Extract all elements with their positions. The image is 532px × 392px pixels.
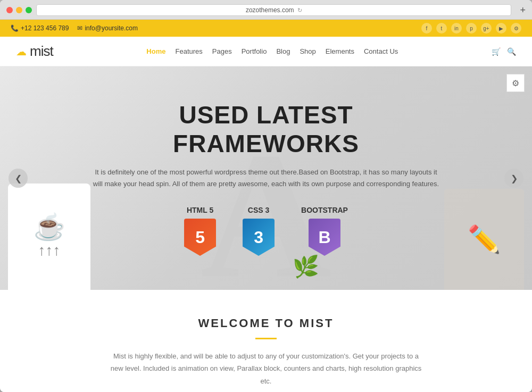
phone-icon: 📞 [11, 24, 19, 32]
nav-elements[interactable]: Elements [326, 47, 354, 55]
hero-section: ☕ ↑↑↑ A ✏️ 🌿 ⚙ ❮ ❯ USED LATES [0, 66, 532, 290]
welcome-divider [255, 338, 277, 339]
welcome-text: Mist is highly flexible, and will be abl… [106, 350, 426, 387]
hero-next-button[interactable]: ❯ [504, 169, 523, 188]
google-plus-icon[interactable]: g+ [481, 23, 492, 34]
email-info: ✉ info@yoursite.com [77, 24, 138, 32]
nav-links: Home Features Pages Portfolio Blog Shop … [146, 47, 398, 55]
browser-window: zozothemes.com ↻ + 📞 +12 123 456 789 ✉ i… [0, 0, 532, 392]
minimize-button[interactable] [16, 7, 22, 13]
top-bar: 📞 +12 123 456 789 ✉ info@yoursite.com f … [0, 20, 532, 37]
bootstrap-label: BOOTSTRAP [301, 206, 348, 214]
settings-social-icon[interactable]: ⚙ [511, 23, 521, 34]
hero-subtitle: It is definitely one of the most powerfu… [90, 166, 442, 190]
pencils-decoration: ✏️ [444, 189, 524, 290]
hero-prev-button[interactable]: ❮ [9, 169, 28, 188]
html5-tech: HTML 5 5 [184, 206, 216, 256]
linkedin-icon[interactable]: in [451, 23, 462, 34]
welcome-section: WELCOME TO MIST Mist is highly flexible,… [0, 290, 532, 392]
url-text: zozothemes.com [246, 6, 294, 14]
browser-chrome: zozothemes.com ↻ + [0, 0, 532, 20]
css3-tech: CSS 3 3 [243, 206, 275, 256]
twitter-icon[interactable]: t [436, 23, 447, 34]
nav-features[interactable]: Features [175, 47, 202, 55]
cart-icon[interactable]: 🛒 [492, 47, 501, 56]
mug-decoration: ☕ ↑↑↑ [8, 184, 90, 290]
html5-label: HTML 5 [184, 206, 216, 214]
css3-badge: 3 [243, 219, 275, 256]
hero-title: USED LATEST FRAMEWORKS [90, 101, 442, 158]
html5-badge: 5 [184, 219, 216, 256]
nav-blog[interactable]: Blog [276, 47, 290, 55]
new-tab-button[interactable]: + [520, 5, 526, 16]
settings-icon: ⚙ [512, 78, 519, 88]
customizer-button[interactable]: ⚙ [506, 74, 525, 92]
logo[interactable]: ☁ mist [16, 43, 53, 60]
logo-text: mist [30, 43, 53, 60]
social-icons: f t in p g+ ▶ ⚙ [421, 23, 521, 34]
maximize-button[interactable] [26, 7, 32, 13]
navbar: ☁ mist Home Features Pages Portfolio Blo… [0, 37, 532, 66]
nav-actions: 🛒 🔍 [492, 47, 516, 56]
nav-portfolio[interactable]: Portfolio [242, 47, 267, 55]
welcome-title: WELCOME TO MIST [11, 316, 521, 330]
top-bar-contact: 📞 +12 123 456 789 ✉ info@yoursite.com [11, 24, 138, 32]
css3-label: CSS 3 [243, 206, 275, 214]
reload-icon[interactable]: ↻ [297, 7, 302, 14]
nav-home[interactable]: Home [146, 47, 165, 55]
email-icon: ✉ [77, 24, 82, 32]
bootstrap-tech: BOOTSTRAP B [301, 206, 348, 256]
website-content: 📞 +12 123 456 789 ✉ info@yoursite.com f … [0, 20, 532, 392]
tech-icons-group: HTML 5 5 CSS 3 3 BOOTSTRAP B [90, 206, 442, 256]
facebook-icon[interactable]: f [421, 23, 432, 34]
search-icon[interactable]: 🔍 [507, 47, 516, 56]
pinterest-icon[interactable]: p [466, 23, 477, 34]
phone-number: +12 123 456 789 [21, 24, 69, 32]
phone-info: 📞 +12 123 456 789 [11, 24, 69, 32]
nav-shop[interactable]: Shop [300, 47, 315, 55]
bootstrap-badge: B [309, 219, 340, 256]
nav-pages[interactable]: Pages [212, 47, 232, 55]
address-bar[interactable]: zozothemes.com ↻ [36, 4, 511, 16]
traffic-lights [6, 7, 32, 13]
close-button[interactable] [6, 7, 13, 13]
hero-content: USED LATEST FRAMEWORKS It is definitely … [80, 90, 452, 266]
logo-icon: ☁ [16, 45, 27, 58]
nav-contact[interactable]: Contact Us [364, 47, 398, 55]
youtube-icon[interactable]: ▶ [496, 23, 506, 34]
email-address: info@yoursite.com [85, 24, 138, 32]
